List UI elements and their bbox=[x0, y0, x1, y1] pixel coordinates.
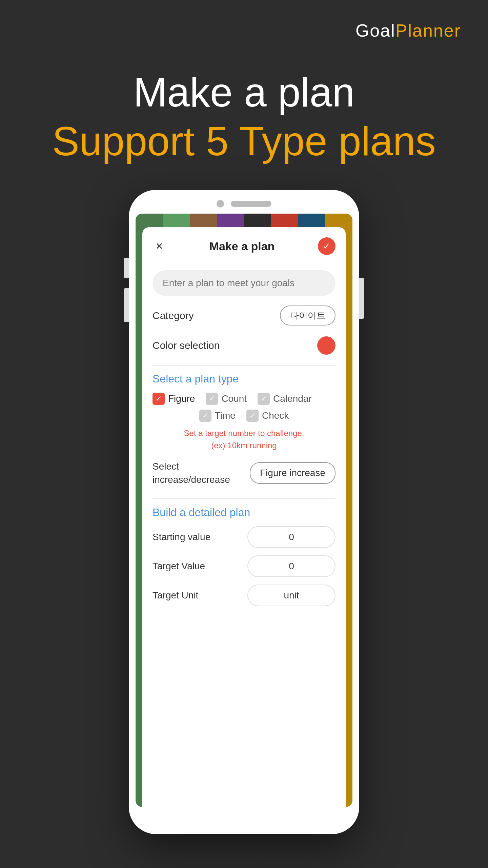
phone-shell: × Make a plan ✓ Category 다이어트 bbox=[129, 190, 359, 834]
plan-type-count[interactable]: ✓ Count bbox=[206, 393, 247, 405]
figure-checkbox[interactable]: ✓ bbox=[152, 393, 165, 405]
phone-side-btn-volume1 bbox=[124, 258, 129, 278]
target-value-row: Target Value bbox=[152, 555, 336, 577]
plan-type-figure[interactable]: ✓ Figure bbox=[152, 393, 195, 405]
detailed-plan-title: Build a detailed plan bbox=[152, 506, 336, 519]
detailed-section: Build a detailed plan Starting value Tar… bbox=[152, 498, 336, 606]
phone-camera bbox=[217, 200, 224, 208]
calendar-checkbox[interactable]: ✓ bbox=[258, 393, 270, 405]
plan-type-section-title: Select a plan type bbox=[152, 373, 336, 385]
phone-top-bar bbox=[217, 200, 271, 208]
phone-side-btn-power bbox=[359, 278, 364, 319]
category-badge[interactable]: 다이어트 bbox=[280, 305, 336, 326]
plan-type-time[interactable]: ✓ Time bbox=[199, 410, 236, 422]
increase-badge[interactable]: Figure increase bbox=[250, 462, 336, 484]
figure-check-icon: ✓ bbox=[156, 395, 162, 402]
count-checkbox[interactable]: ✓ bbox=[206, 393, 218, 405]
category-label: Category bbox=[152, 310, 194, 321]
count-check-icon: ✓ bbox=[209, 395, 215, 402]
info-line1: Set a target number to challenge. bbox=[152, 427, 336, 439]
make-plan-modal: × Make a plan ✓ Category 다이어트 bbox=[142, 227, 346, 807]
target-unit-row: Target Unit bbox=[152, 585, 336, 606]
count-label: Count bbox=[221, 393, 247, 404]
target-unit-input[interactable] bbox=[247, 585, 336, 606]
phone-side-btn-volume2 bbox=[124, 288, 129, 322]
plan-input[interactable] bbox=[152, 270, 336, 296]
category-row: Category 다이어트 bbox=[152, 305, 336, 329]
increase-label: Select increase/decrease bbox=[152, 460, 230, 486]
modal-header: × Make a plan ✓ bbox=[142, 227, 346, 262]
modal-title: Make a plan bbox=[209, 240, 275, 253]
figure-label: Figure bbox=[168, 393, 195, 404]
plan-types: ✓ Figure ✓ Count bbox=[152, 393, 336, 422]
check-check-icon: ✓ bbox=[249, 412, 256, 419]
target-unit-label: Target Unit bbox=[152, 590, 198, 601]
modal-body: Category 다이어트 Color selection Select a p… bbox=[142, 262, 346, 622]
phone-speaker bbox=[231, 201, 271, 207]
divider-1 bbox=[152, 366, 336, 366]
plan-type-calendar[interactable]: ✓ Calendar bbox=[258, 393, 312, 405]
starting-value-input[interactable] bbox=[247, 526, 336, 548]
calendar-label: Calendar bbox=[273, 393, 312, 404]
phone-screen: × Make a plan ✓ Category 다이어트 bbox=[136, 214, 352, 807]
target-value-label: Target Value bbox=[152, 561, 205, 572]
hero-section: Make a plan Support 5 Type plans bbox=[0, 68, 488, 165]
check-label: Check bbox=[262, 410, 289, 421]
increase-label-line2: increase/decrease bbox=[152, 473, 230, 486]
info-line2: (ex) 10km running bbox=[152, 439, 336, 452]
time-check-icon: ✓ bbox=[202, 412, 208, 419]
time-checkbox[interactable]: ✓ bbox=[199, 410, 211, 422]
increase-row: Select increase/decrease Figure increase bbox=[152, 460, 336, 492]
plan-type-check[interactable]: ✓ Check bbox=[246, 410, 289, 422]
starting-value-row: Starting value bbox=[152, 526, 336, 548]
check-checkbox[interactable]: ✓ bbox=[246, 410, 259, 422]
phone-mockup: × Make a plan ✓ Category 다이어트 bbox=[129, 190, 359, 834]
plan-type-row-1: ✓ Figure ✓ Count bbox=[152, 393, 336, 405]
starting-value-label: Starting value bbox=[152, 532, 210, 542]
confirm-button[interactable]: ✓ bbox=[318, 237, 336, 255]
app-title-regular: Goal bbox=[355, 21, 395, 40]
info-text: Set a target number to challenge. (ex) 1… bbox=[152, 427, 336, 452]
hero-title: Make a plan bbox=[0, 68, 488, 117]
close-icon[interactable]: × bbox=[152, 239, 166, 253]
app-title: GoalPlanner bbox=[355, 20, 461, 41]
checkmark-icon: ✓ bbox=[323, 241, 330, 252]
plan-type-row-2: ✓ Time ✓ Check bbox=[152, 410, 336, 422]
color-label: Color selection bbox=[152, 340, 220, 351]
hero-subtitle: Support 5 Type plans bbox=[0, 117, 488, 165]
color-row: Color selection bbox=[152, 336, 336, 358]
color-picker[interactable] bbox=[317, 336, 336, 355]
app-title-highlight: Planner bbox=[395, 21, 461, 40]
time-label: Time bbox=[215, 410, 236, 421]
target-value-input[interactable] bbox=[247, 555, 336, 577]
increase-label-line1: Select bbox=[152, 460, 230, 473]
calendar-check-icon: ✓ bbox=[261, 395, 267, 402]
